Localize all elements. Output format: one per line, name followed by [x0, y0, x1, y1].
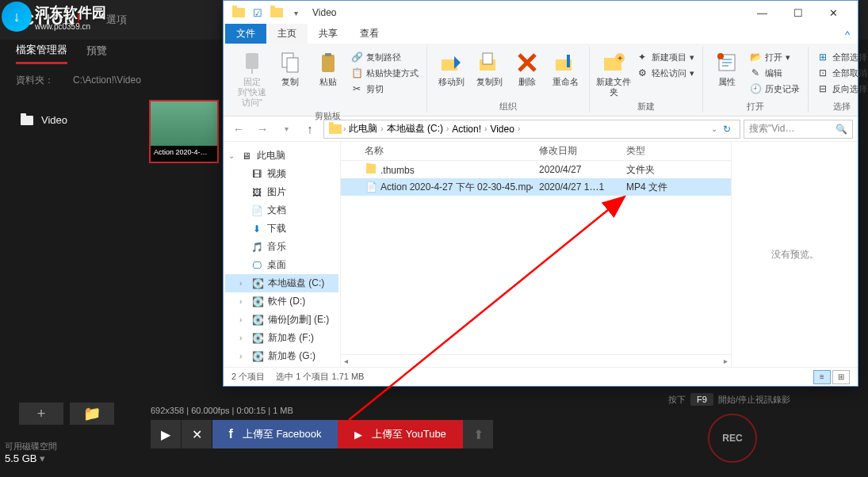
- scroll-left[interactable]: ◂: [344, 357, 348, 365]
- nav-back[interactable]: ←: [228, 119, 249, 139]
- copy-button[interactable]: 复制: [273, 47, 308, 87]
- maximize-button[interactable]: ☐: [780, 2, 816, 24]
- search-box[interactable]: 搜索"Vid… 🔍: [744, 120, 853, 139]
- nav-forward[interactable]: →: [252, 119, 273, 139]
- new-item-button[interactable]: ✦新建项目 ▾: [634, 50, 696, 64]
- select-none-button[interactable]: ⊡全部取消: [815, 66, 868, 80]
- view-icons[interactable]: ⊞: [832, 370, 850, 384]
- properties-button[interactable]: 属性: [709, 47, 744, 87]
- sidebar-folder-video[interactable]: Video: [16, 109, 127, 131]
- paste-button[interactable]: 粘贴: [311, 47, 346, 87]
- crumb-video[interactable]: Video: [487, 124, 517, 135]
- folder-label: Video: [41, 114, 67, 126]
- nav-recent[interactable]: ▾: [276, 119, 296, 139]
- svg-rect-3: [322, 55, 335, 72]
- cut-button[interactable]: ✂剪切: [349, 82, 420, 96]
- documents-icon: 📄: [250, 205, 263, 216]
- nav-music[interactable]: 🎵音乐: [225, 238, 338, 256]
- nav-drive-g[interactable]: ›💽新加卷 (G:): [225, 347, 338, 365]
- col-type[interactable]: 类型: [620, 144, 683, 158]
- upload-youtube-button[interactable]: ▶ 上傳至 YouTube: [338, 420, 463, 448]
- hotkey-hint: 按下 F9 開始/停止視訊錄影: [668, 393, 790, 406]
- delete-button[interactable]: ✕: [182, 420, 212, 448]
- yt-label: 上傳至 YouTube: [372, 427, 446, 441]
- col-name[interactable]: 名称: [358, 144, 533, 158]
- close-button[interactable]: ✕: [816, 2, 851, 24]
- nav-drive-e[interactable]: ›💽備份[勿删] (E:): [225, 311, 338, 329]
- pin-quick-access[interactable]: 固定到"快速访问": [235, 47, 270, 109]
- video-thumbnail[interactable]: Action 2020-4-…: [149, 100, 219, 163]
- column-headers: 名称 修改日期 类型: [341, 142, 731, 161]
- upload-facebook-button[interactable]: f 上傳至 Facebook: [212, 420, 338, 448]
- file-row-mp4[interactable]: 📄Action 2020-4-27 下午 02-30-45.mp4 2020/4…: [341, 178, 731, 196]
- tab-preview[interactable]: 預覽: [86, 44, 107, 63]
- ribbon-help[interactable]: ^: [837, 25, 858, 44]
- easy-access-button[interactable]: ⚙轻松访问 ▾: [634, 66, 696, 80]
- select-all-button[interactable]: ⊞全部选择: [815, 50, 868, 64]
- play-button[interactable]: ▶: [151, 420, 181, 448]
- svg-rect-0: [246, 53, 258, 69]
- folder-icon: [365, 163, 377, 174]
- qat-dropdown[interactable]: ▾: [287, 4, 304, 21]
- file-row-thumbs[interactable]: .thumbs 2020/4/27 文件夹: [341, 161, 731, 178]
- address-bar[interactable]: › 此电脑› 本地磁盘 (C:)› Action!› Video› ⌄ ↻: [323, 120, 740, 139]
- copy-path-button[interactable]: 🔗复制路径: [349, 50, 420, 64]
- nav-drive-f[interactable]: ›💽新加卷 (F:): [225, 329, 338, 347]
- nav-up[interactable]: ↑: [300, 119, 320, 139]
- fb-label: 上傳至 Facebook: [243, 427, 322, 441]
- scroll-right[interactable]: ▸: [724, 357, 728, 365]
- record-button[interactable]: REC: [708, 414, 757, 463]
- disk-value: 5.5 GB: [5, 452, 36, 464]
- ribbon-tab-file[interactable]: 文件: [225, 24, 266, 44]
- qat-properties[interactable]: ☑: [249, 4, 266, 21]
- action-bottom: + 📁 可用磁碟空間 5.5 GB ▾ 692x358 | 60.000fps …: [0, 398, 868, 477]
- new-folder-button[interactable]: ✦新建文件夹: [596, 47, 631, 97]
- ribbon-group-organize: 移动到 复制到 删除 重命名 组织: [427, 47, 590, 113]
- refresh-button[interactable]: ↻: [717, 120, 736, 139]
- paste-shortcut-button[interactable]: 📋粘贴快捷方式: [349, 66, 420, 80]
- copyto-button[interactable]: 复制到: [472, 47, 507, 87]
- nav-drive-d[interactable]: ›💽軟件 (D:): [225, 292, 338, 311]
- moveto-button[interactable]: 移动到: [434, 47, 468, 87]
- watermark-icon: ↓: [2, 2, 32, 32]
- music-icon: 🎵: [250, 242, 263, 253]
- search-placeholder: 搜索"Vid…: [749, 122, 794, 135]
- crumb-action[interactable]: Action!: [449, 124, 484, 135]
- delete-ribbon-button[interactable]: 删除: [510, 47, 545, 87]
- view-details[interactable]: ≡: [813, 370, 831, 384]
- crumb-this-pc[interactable]: 此电脑: [346, 122, 380, 135]
- nav-pictures[interactable]: 🖼图片: [225, 183, 338, 201]
- edit-button[interactable]: ✎编辑: [748, 66, 801, 80]
- upload-generic-button[interactable]: ⬆: [463, 420, 493, 448]
- ribbon-tab-view[interactable]: 查看: [349, 24, 390, 44]
- statusbar: 2 个项目 选中 1 个项目 1.71 MB ≡ ⊞: [224, 367, 858, 386]
- thumb-image: [151, 101, 217, 146]
- explorer-titlebar[interactable]: ☑ ▾ Video — ☐ ✕: [224, 1, 858, 25]
- open-folder-button[interactable]: 📁: [70, 403, 114, 425]
- ribbon-tab-share[interactable]: 共享: [308, 24, 349, 44]
- explorer-window: ☑ ▾ Video — ☐ ✕ 文件 主页 共享 查看 ^ 固定到"快速访问" …: [223, 0, 858, 387]
- nav-this-pc[interactable]: ⌄🖥此电脑: [225, 147, 338, 165]
- nav-desktop[interactable]: 🖵桌面: [225, 256, 338, 274]
- history-button[interactable]: 🕘历史记录: [748, 82, 801, 96]
- nav-downloads[interactable]: ⬇下载: [225, 219, 338, 238]
- minimize-button[interactable]: —: [744, 2, 780, 24]
- nav-videos[interactable]: 🎞视频: [225, 165, 338, 183]
- addr-dropdown[interactable]: ⌄: [711, 124, 717, 133]
- ribbon-tab-home[interactable]: 主页: [266, 24, 308, 44]
- search-icon: 🔍: [835, 124, 847, 135]
- nav-drive-c[interactable]: ›💽本地磁盘 (C:): [225, 274, 338, 292]
- add-button[interactable]: +: [19, 403, 63, 425]
- nav-documents[interactable]: 📄文档: [225, 201, 338, 219]
- invert-selection-button[interactable]: ⊟反向选择: [815, 82, 868, 96]
- ribbon-tabs: 文件 主页 共享 查看 ^: [224, 25, 858, 44]
- file-area: 名称 修改日期 类型 .thumbs 2020/4/27 文件夹 📄Action…: [341, 142, 731, 367]
- tab-file-manager[interactable]: 檔案管理器: [16, 43, 67, 64]
- crumb-drive-c[interactable]: 本地磁盘 (C:): [384, 122, 446, 135]
- qat-new-folder[interactable]: [268, 4, 285, 21]
- qat-folder-icon: [230, 4, 247, 21]
- rename-button[interactable]: 重命名: [548, 47, 583, 87]
- col-date[interactable]: 修改日期: [533, 144, 620, 158]
- drive-icon: 💽: [251, 278, 264, 289]
- open-button[interactable]: 📂打开 ▾: [748, 50, 801, 64]
